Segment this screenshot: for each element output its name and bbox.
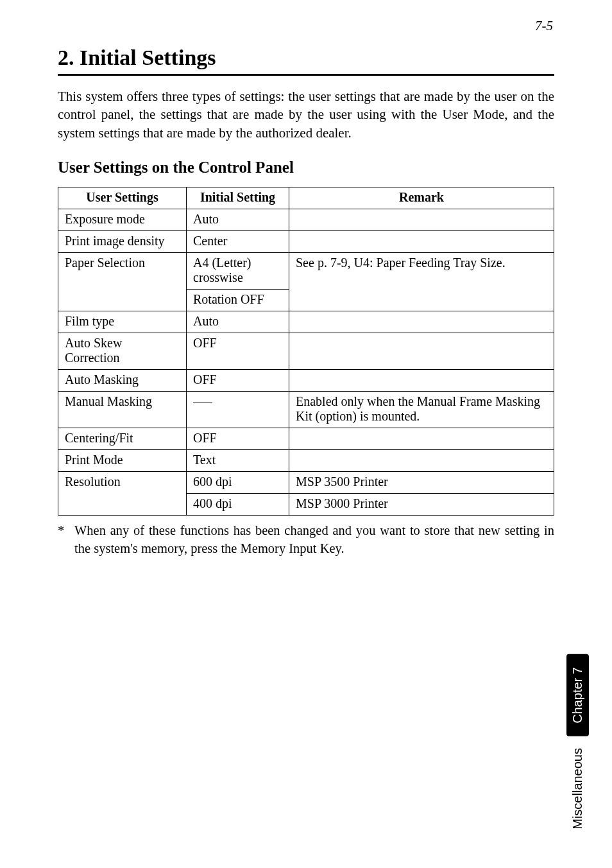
cell: Auto Masking [58,370,187,392]
cell [187,392,289,428]
cell: OFF [187,333,289,370]
table-row: Print Mode Text [58,450,554,472]
table-row: Film type Auto [58,311,554,333]
page-number: 7-5 [58,18,554,34]
cell: Print Mode [58,450,187,472]
cell: Center [187,231,289,253]
cell: Manual Masking [58,392,187,428]
cell: A4 (Letter) crosswise [187,253,289,290]
table-row: Resolution 600 dpi MSP 3500 Printer [58,472,554,494]
table-row: Auto Masking OFF [58,370,554,392]
subheading: User Settings on the Control Panel [58,159,554,177]
cell: OFF [187,370,289,392]
cell [289,370,554,392]
table-row: Manual Masking Enabled only when the Man… [58,392,554,428]
cell [289,428,554,450]
cell [289,450,554,472]
cell: MSP 3500 Printer [289,472,554,494]
cell: Resolution [58,472,187,516]
cell: OFF [187,428,289,450]
cell: See p. 7-9, U4: Paper Feeding Tray Size. [289,253,554,311]
table-row: Centering/Fit OFF [58,428,554,450]
cell: 400 dpi [187,494,289,516]
section-tab: Miscellaneous [570,748,585,829]
cell: Text [187,450,289,472]
cell: Auto [187,311,289,333]
section-title: 2. Initial Settings [58,46,554,76]
table-row: Auto Skew Correction OFF [58,333,554,370]
footnote-mark: * [58,522,74,557]
table-row: Exposure mode Auto [58,209,554,231]
cell [289,333,554,370]
cell: Paper Selection [58,253,187,311]
cell: Enabled only when the Manual Frame Maski… [289,392,554,428]
table-header-row: User Settings Initial Setting Remark [58,187,554,209]
cell: Rotation OFF [187,290,289,311]
cell: Film type [58,311,187,333]
th-initial-setting: Initial Setting [187,187,289,209]
cell: Exposure mode [58,209,187,231]
cell [289,231,554,253]
cell [289,311,554,333]
footnote: * When any of these functions has been c… [58,522,554,557]
cell: MSP 3000 Printer [289,494,554,516]
chapter-tab: Chapter 7 [566,654,589,736]
table-row: Paper Selection A4 (Letter) crosswise Se… [58,253,554,290]
th-user-settings: User Settings [58,187,187,209]
th-remark: Remark [289,187,554,209]
cell: Print image density [58,231,187,253]
cell [289,209,554,231]
cell: Auto [187,209,289,231]
cell: 600 dpi [187,472,289,494]
settings-table: User Settings Initial Setting Remark Exp… [58,187,554,516]
table-row: Print image density Center [58,231,554,253]
cell: Auto Skew Correction [58,333,187,370]
side-tabs: Chapter 7 Miscellaneous [566,654,589,829]
footnote-text: When any of these functions has been cha… [74,522,554,557]
dash-icon [193,403,212,404]
cell: Centering/Fit [58,428,187,450]
intro-paragraph: This system offers three types of settin… [58,87,554,142]
